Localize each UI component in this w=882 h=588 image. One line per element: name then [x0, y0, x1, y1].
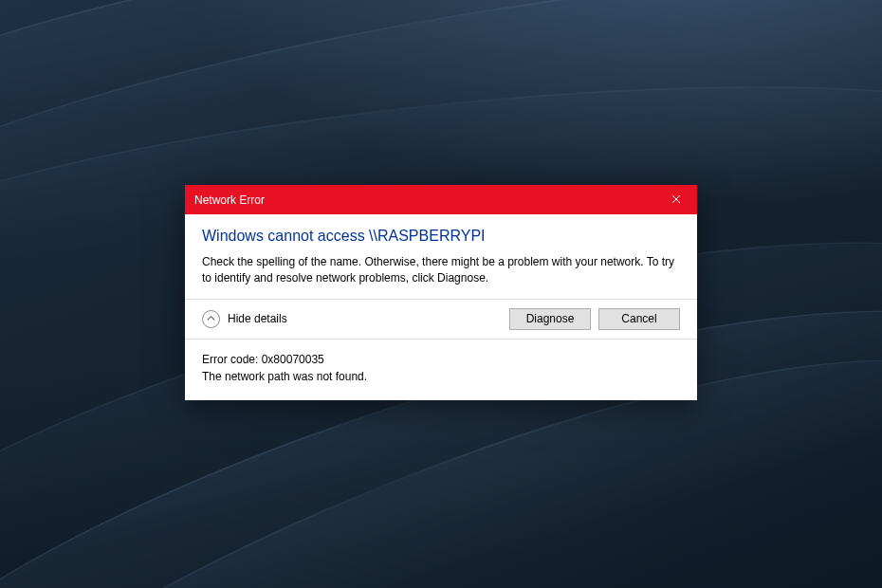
close-button[interactable]: [654, 185, 697, 214]
details-panel: Error code: 0x80070035 The network path …: [185, 340, 697, 400]
error-description-text: The network path was not found.: [202, 368, 680, 385]
diagnose-button[interactable]: Diagnose: [509, 308, 591, 330]
dialog-heading: Windows cannot access \\RASPBERRYPI: [202, 228, 680, 245]
dialog-content: Windows cannot access \\RASPBERRYPI Chec…: [185, 214, 697, 299]
dialog-action-row: Hide details Diagnose Cancel: [185, 299, 697, 340]
chevron-up-icon: [207, 312, 215, 325]
close-icon: [671, 193, 681, 207]
toggle-details-label[interactable]: Hide details: [228, 312, 287, 325]
dialog-message: Check the spelling of the name. Otherwis…: [202, 254, 680, 287]
toggle-details-button[interactable]: [202, 310, 220, 328]
cancel-button[interactable]: Cancel: [598, 308, 680, 330]
dialog-title: Network Error: [194, 193, 265, 207]
dialog-titlebar[interactable]: Network Error: [185, 185, 697, 214]
network-error-dialog: Network Error Windows cannot access \\RA…: [185, 185, 697, 400]
error-code-text: Error code: 0x80070035: [202, 351, 680, 368]
